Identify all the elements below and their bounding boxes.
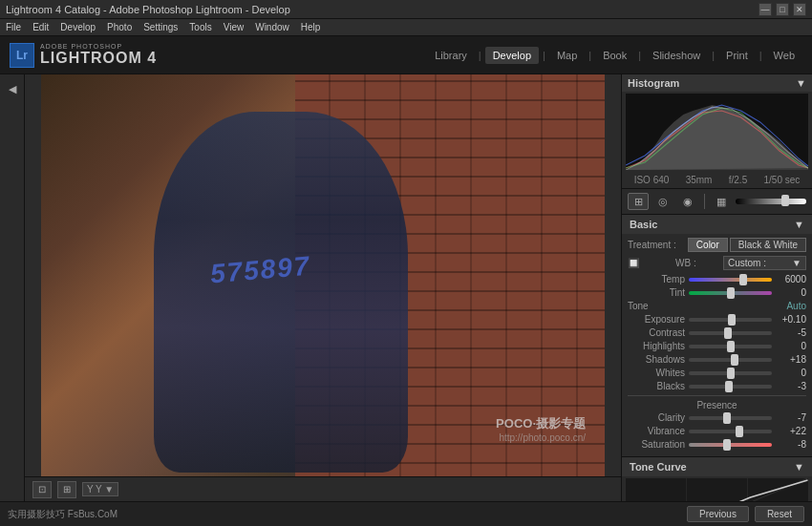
exposure-label: Exposure <box>628 314 685 325</box>
tab-map[interactable]: Map <box>549 47 585 64</box>
whites-value: 0 <box>776 368 806 378</box>
tone-curve-canvas <box>626 478 808 501</box>
menu-tools[interactable]: Tools <box>189 22 211 32</box>
temp-track[interactable] <box>689 278 772 282</box>
tint-track[interactable] <box>689 291 772 295</box>
menu-edit[interactable]: Edit <box>32 22 49 32</box>
tab-library[interactable]: Library <box>427 47 475 64</box>
saturation-row: Saturation -8 <box>628 439 806 450</box>
whites-track[interactable] <box>689 371 772 375</box>
wb-eyedropper[interactable]: 🔲 <box>628 258 675 268</box>
bottom-right-panel: Previous Reset <box>687 506 804 522</box>
clarity-label: Clarity <box>628 412 685 423</box>
color-button[interactable]: Color <box>688 238 728 252</box>
right-panel: Histogram ▼ <box>621 74 812 501</box>
reset-button[interactable]: Reset <box>755 506 804 522</box>
tab-web[interactable]: Web <box>766 47 802 64</box>
tab-print[interactable]: Print <box>718 47 756 64</box>
saturation-thumb[interactable] <box>723 439 731 451</box>
contrast-track[interactable] <box>689 331 772 335</box>
bw-button[interactable]: Black & White <box>730 238 806 252</box>
histogram-chart <box>626 94 808 170</box>
saturation-track[interactable] <box>689 443 772 447</box>
histogram-collapse-icon[interactable]: ▼ <box>796 77 806 89</box>
redeye-tool[interactable]: ◉ <box>677 193 698 210</box>
menu-help[interactable]: Help <box>301 22 321 32</box>
tone-curve-collapse-icon[interactable]: ▼ <box>794 461 804 473</box>
adobe-text: ADOBE PHOTOSHOP <box>40 43 157 50</box>
tone-strip-thumb[interactable] <box>781 195 789 206</box>
menu-photo[interactable]: Photo <box>107 22 132 32</box>
brand-text: ADOBE PHOTOSHOP LIGHTROOM 4 <box>40 43 157 67</box>
maximize-button[interactable]: □ <box>776 3 789 16</box>
tint-thumb[interactable] <box>727 287 735 299</box>
shadows-row: Shadows +18 <box>628 354 806 365</box>
clarity-value: -7 <box>776 412 806 423</box>
xy-dropdown[interactable]: Y Y ▼ <box>82 482 118 496</box>
tone-label: Tone <box>628 301 649 311</box>
close-button[interactable]: ✕ <box>793 3 806 16</box>
blacks-thumb[interactable] <box>725 381 733 392</box>
exposure-track[interactable] <box>689 318 772 322</box>
menu-file[interactable]: File <box>6 22 21 32</box>
basic-panel-header[interactable]: Basic ▼ <box>622 215 812 234</box>
frame-button[interactable]: ⊡ <box>32 481 52 498</box>
treatment-label: Treatment : <box>628 240 685 250</box>
menu-window[interactable]: Window <box>255 22 289 32</box>
highlights-thumb[interactable] <box>727 341 735 352</box>
nav-sep-2: | <box>543 50 545 61</box>
wb-dropdown-icon: ▼ <box>792 258 801 268</box>
shadows-track[interactable] <box>689 358 772 362</box>
clarity-track[interactable] <box>689 416 772 420</box>
vibrance-track[interactable] <box>689 430 772 433</box>
wb-selector[interactable]: Custom : ▼ <box>723 256 806 270</box>
tab-book[interactable]: Book <box>595 47 634 64</box>
left-panel-toggle[interactable]: ◀ <box>2 80 23 97</box>
crop-tool[interactable]: ⊞ <box>628 193 649 210</box>
menu-develop[interactable]: Develop <box>60 22 96 32</box>
previous-button[interactable]: Previous <box>687 506 749 522</box>
shadows-thumb[interactable] <box>731 354 738 366</box>
menu-view[interactable]: View <box>224 22 245 32</box>
iso-value: ISO 640 <box>634 175 670 185</box>
exposure-thumb[interactable] <box>728 314 736 326</box>
saturation-value: -8 <box>776 439 806 450</box>
clarity-thumb[interactable] <box>723 412 731 424</box>
vibrance-thumb[interactable] <box>736 426 743 437</box>
logo-area: Lr ADOBE PHOTOSHOP LIGHTROOM 4 <box>10 43 157 68</box>
tone-section-title: Tone Auto <box>628 301 806 311</box>
tone-strip-slider[interactable] <box>736 199 806 204</box>
histogram-section: Histogram ▼ <box>622 74 812 189</box>
presence-title: Presence <box>628 395 806 410</box>
tone-curve-svg <box>626 478 808 501</box>
wb-value: Custom : <box>728 258 766 268</box>
tab-develop[interactable]: Develop <box>485 47 539 64</box>
spot-tool[interactable]: ◎ <box>652 193 673 210</box>
highlights-track[interactable] <box>689 345 772 348</box>
whites-thumb[interactable] <box>727 368 735 379</box>
exposure-row: Exposure +0.10 <box>628 314 806 325</box>
tab-slideshow[interactable]: Slideshow <box>645 47 708 64</box>
whites-label: Whites <box>628 368 685 378</box>
vibrance-row: Vibrance +22 <box>628 426 806 436</box>
basic-title: Basic <box>630 219 657 230</box>
lightroom-text: LIGHTROOM 4 <box>40 50 157 67</box>
bottom-left-text: 实用摄影技巧 FsBus.CoM <box>8 508 118 521</box>
temp-thumb[interactable] <box>739 274 747 285</box>
grid-button[interactable]: ⊞ <box>57 481 76 498</box>
gradient-tool[interactable]: ▦ <box>711 193 732 210</box>
minimize-button[interactable]: — <box>759 3 772 16</box>
highlights-value: 0 <box>776 341 806 351</box>
contrast-thumb[interactable] <box>724 327 732 339</box>
menu-settings[interactable]: Settings <box>143 22 178 32</box>
bottom-bar: 实用摄影技巧 FsBus.CoM Previous Reset <box>0 501 812 526</box>
histogram-canvas <box>626 94 808 170</box>
temp-value: 6000 <box>776 274 806 284</box>
tone-curve-header[interactable]: Tone Curve ▼ <box>622 457 812 476</box>
blacks-track[interactable] <box>689 385 772 389</box>
blacks-label: Blacks <box>628 381 685 391</box>
wb-label: WB : <box>675 258 723 268</box>
basic-collapse-icon[interactable]: ▼ <box>794 219 804 230</box>
auto-button[interactable]: Auto <box>786 301 806 311</box>
histogram-header: Histogram ▼ <box>622 74 812 92</box>
